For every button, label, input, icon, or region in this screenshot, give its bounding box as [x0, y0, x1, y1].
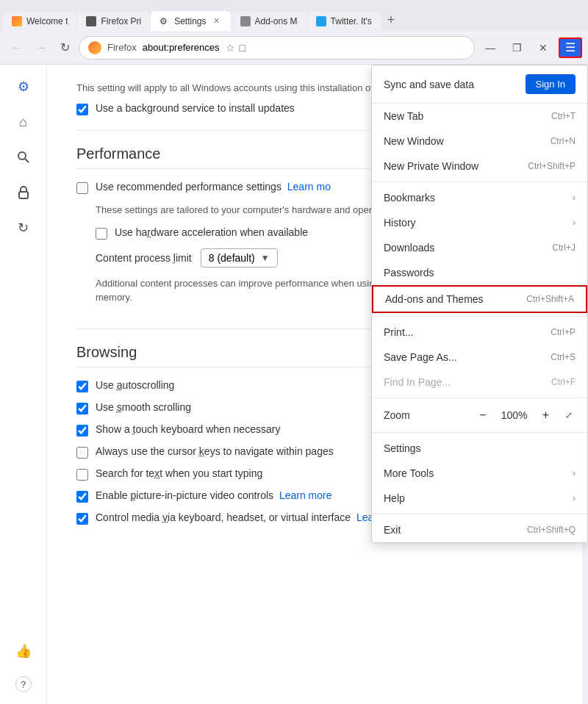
menu-item-passwords[interactable]: Passwords [372, 260, 587, 285]
sidebar: ⚙ ⌂ ↻ 👍 ? [0, 65, 47, 704]
menu-item-find[interactable]: Find In Page... Ctrl+F [372, 370, 587, 395]
tab-privacy[interactable]: Firefox Pri [77, 12, 150, 31]
media-checkbox[interactable] [76, 513, 88, 525]
menu-shortcut-print: Ctrl+P [551, 327, 576, 337]
autoscroll-checkbox[interactable] [76, 381, 88, 392]
menu-label-passwords: Passwords [384, 267, 434, 279]
menu-item-history[interactable]: History › [372, 210, 587, 235]
menu-item-addons-themes[interactable]: Add-ons and Themes Ctrl+Shift+A [372, 285, 587, 313]
menu-item-downloads[interactable]: Downloads Ctrl+J [372, 235, 587, 260]
menu-label-help: Help [384, 492, 405, 504]
cursor-label: Always use the cursor keys to navigate w… [96, 445, 334, 457]
reload-button[interactable]: ↻ [56, 37, 74, 57]
tab-close-settings[interactable]: ✕ [211, 15, 222, 26]
close-button[interactable]: ✕ [532, 37, 554, 58]
maximize-button[interactable]: ❐ [506, 37, 528, 58]
menu-label-new-private: New Private Window [384, 160, 478, 172]
menu-label-save-page: Save Page As... [384, 351, 457, 363]
container-icon[interactable]: □ [240, 42, 245, 54]
menu-sep-5 [372, 514, 587, 514]
svg-point-0 [18, 152, 26, 159]
textsearch-label: Search for text when you start typing [96, 467, 262, 479]
sidebar-icon-help[interactable]: ? [15, 676, 32, 692]
tab-favicon-settings: ⚙ [159, 16, 170, 26]
menu-shortcut-downloads: Ctrl+J [552, 243, 576, 253]
menu-label-find: Find In Page... [384, 376, 451, 388]
menu-sync-title: Sync and save data [384, 79, 474, 90]
textsearch-checkbox[interactable] [76, 469, 88, 481]
cursor-checkbox[interactable] [76, 447, 88, 459]
tab-bar: Welcome t Firefox Pri ⚙ Settings ✕ Add-o… [0, 0, 588, 31]
tab-favicon-privacy [86, 16, 96, 26]
sidebar-icon-home[interactable]: ⌂ [13, 112, 34, 132]
recommended-label-text: Use recommended performance settings [96, 181, 282, 193]
address-favicon [88, 41, 101, 54]
menu-item-exit[interactable]: Exit Ctrl+Shift+Q [372, 517, 587, 542]
learn-more-pip[interactable]: Learn more [279, 489, 332, 501]
recommended-checkbox[interactable] [76, 182, 88, 194]
minimize-button[interactable]: — [479, 37, 501, 58]
menu-label-new-window: New Window [384, 135, 444, 147]
nav-bar: ← → ↻ Firefox about:preferences ☆ □ — ❐ … [0, 31, 588, 65]
update-checkbox[interactable] [76, 104, 88, 115]
zoom-expand-icon[interactable]: ⤢ [562, 409, 576, 422]
menu-item-new-private[interactable]: New Private Window Ctrl+Shift+P [372, 154, 587, 179]
hamburger-menu: Sync and save data Sign In New Tab Ctrl+… [371, 65, 588, 543]
hamburger-menu-button[interactable]: ☰ [559, 37, 582, 58]
tab-favicon-welcome [12, 16, 22, 26]
menu-label-new-tab: New Tab [384, 110, 423, 122]
sidebar-icon-sync[interactable]: ↻ [13, 218, 34, 238]
menu-sep-4 [372, 432, 587, 433]
zoom-value: 100% [500, 409, 529, 421]
new-tab-button[interactable]: + [381, 10, 401, 31]
menu-zoom-label: Zoom [384, 409, 466, 421]
zoom-plus-button[interactable]: + [537, 407, 555, 423]
back-button[interactable]: ← [6, 38, 26, 57]
menu-item-bookmarks[interactable]: Bookmarks › [372, 185, 587, 210]
menu-shortcut-addons: Ctrl+Shift+A [526, 294, 574, 304]
content-limit-dropdown[interactable]: 8 (default) ▼ [201, 248, 278, 267]
sign-in-button[interactable]: Sign In [526, 74, 576, 94]
menu-item-save-page[interactable]: Save Page As... Ctrl+S [372, 345, 587, 370]
menu-shortcut-new-private: Ctrl+Shift+P [528, 161, 576, 171]
menu-shortcut-exit: Ctrl+Shift+Q [527, 525, 576, 535]
tab-welcome[interactable]: Welcome t [3, 12, 76, 31]
sidebar-icon-thumbsup[interactable]: 👍 [13, 641, 34, 661]
zoom-minus-button[interactable]: − [473, 407, 492, 423]
menu-item-print[interactable]: Print... Ctrl+P [372, 320, 587, 345]
content-limit-label: Content process limit [96, 252, 192, 264]
sidebar-icon-gear[interactable]: ⚙ [13, 76, 34, 97]
pip-checkbox[interactable] [76, 491, 88, 503]
tab-twitter[interactable]: Twitter. It's [307, 12, 381, 31]
menu-item-new-tab[interactable]: New Tab Ctrl+T [372, 104, 587, 129]
menu-item-more-tools[interactable]: More Tools › [372, 461, 587, 486]
forward-button[interactable]: → [31, 38, 51, 57]
sidebar-icon-search[interactable] [13, 147, 34, 168]
tab-settings[interactable]: ⚙ Settings ✕ [151, 11, 230, 31]
address-prefix: Firefox [107, 42, 137, 53]
touch-checkbox[interactable] [76, 425, 88, 437]
hardware-accel-label: Use hardware acceleration when available [115, 226, 308, 238]
address-url: about:preferences [143, 42, 220, 53]
menu-item-settings[interactable]: Settings [372, 436, 587, 461]
menu-sep-3 [372, 398, 587, 398]
menu-item-new-window[interactable]: New Window Ctrl+N [372, 129, 587, 154]
sidebar-icon-lock[interactable] [13, 182, 34, 203]
menu-label-addons-themes: Add-ons and Themes [385, 293, 484, 305]
bookmark-icon[interactable]: ☆ [226, 42, 235, 54]
help-chevron-icon: › [573, 493, 576, 503]
hardware-accel-checkbox[interactable] [96, 228, 107, 240]
menu-label-bookmarks: Bookmarks [384, 192, 435, 204]
smooth-checkbox[interactable] [76, 403, 88, 414]
tab-addons[interactable]: Add-ons M [232, 12, 306, 31]
menu-sep-1 [372, 182, 587, 182]
bookmarks-chevron-icon: › [573, 193, 576, 203]
content-limit-value: 8 (default) [209, 252, 255, 264]
tab-label-settings: Settings [174, 16, 206, 26]
learn-more-performance[interactable]: Learn mo [287, 181, 331, 193]
svg-rect-2 [19, 192, 28, 198]
address-bar[interactable]: Firefox about:preferences ☆ □ [79, 36, 475, 60]
menu-shortcut-new-window: Ctrl+N [551, 136, 576, 146]
menu-item-help[interactable]: Help › [372, 486, 587, 511]
tab-label-privacy: Firefox Pri [101, 16, 141, 26]
